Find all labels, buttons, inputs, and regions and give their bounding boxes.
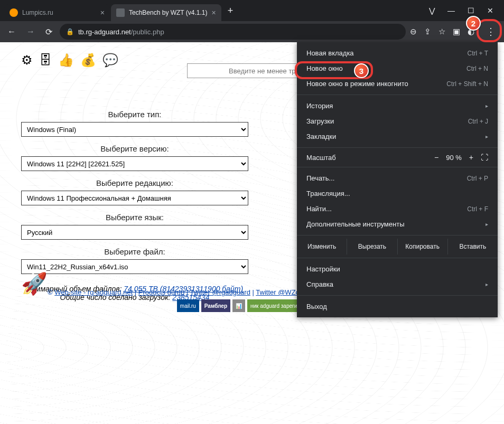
menu-edit-row: Изменить Вырезать Копировать Вставить: [297, 239, 498, 255]
database-icon[interactable]: 🗄: [39, 53, 52, 68]
version-label: Выберите версию:: [21, 144, 248, 153]
menu-exit[interactable]: Выход: [297, 299, 498, 314]
help-icon[interactable]: 💬: [102, 53, 118, 68]
menu-help[interactable]: Справка▸: [297, 277, 498, 292]
rambler-badge[interactable]: Рамблер: [201, 299, 230, 312]
like-icon[interactable]: 👍: [58, 53, 74, 68]
tab-title: TechBench by WZT (v4.1.1): [129, 9, 208, 16]
url-text: tb.rg-adguard.net/public.php: [78, 28, 164, 36]
edition-label: Выберите редакцию:: [21, 178, 248, 187]
menu-incognito[interactable]: Новое окно в режиме инкогнитоCtrl + Shif…: [297, 76, 498, 91]
zoom-icon[interactable]: ⊖: [410, 27, 417, 36]
download-form: Выберите тип: Windows (Final) Выберите в…: [21, 110, 248, 274]
edition-select[interactable]: Windows 11 Профессиональная + Домашняя: [21, 191, 248, 205]
line-icon[interactable]: ―: [447, 6, 455, 15]
close-icon[interactable]: ×: [100, 8, 105, 17]
share-icon[interactable]: ⇪: [424, 27, 431, 36]
type-select[interactable]: Windows (Final): [21, 122, 248, 137]
zoom-out-button[interactable]: −: [434, 153, 438, 162]
version-select[interactable]: Windows 11 [22H2] [22621.525]: [21, 156, 248, 171]
close-icon[interactable]: ×: [212, 8, 216, 17]
menu-separator: [297, 95, 498, 95]
forward-button[interactable]: →: [23, 25, 38, 39]
footer-link[interactable]: Web-site - rg-adguard.net: [54, 288, 133, 296]
fullscreen-button[interactable]: ⛶: [481, 153, 488, 162]
zoom-in-button[interactable]: +: [469, 153, 473, 162]
gear-icon[interactable]: ⚙: [21, 53, 33, 68]
menu-edit-label: Изменить: [297, 239, 347, 255]
menu-paste[interactable]: Вставить: [448, 239, 498, 255]
menu-copy[interactable]: Копировать: [398, 239, 448, 255]
menu-history[interactable]: История▸: [297, 98, 498, 114]
url-bar[interactable]: 🔒 tb.rg-adguard.net/public.php: [60, 24, 406, 40]
close-window-icon[interactable]: ✕: [487, 6, 493, 15]
menu-new-tab[interactable]: Новая вкладкаCtrl + T: [297, 45, 498, 61]
chrome-menu: Новая вкладкаCtrl + T Новое окноCtrl + N…: [297, 42, 498, 317]
annotation-2-badge: 2: [466, 16, 481, 31]
favicon-lumpics: [10, 8, 18, 17]
copyright: ©: [48, 288, 54, 296]
tab-techbench[interactable]: TechBench by WZT (v4.1.1) ×: [111, 4, 221, 21]
extensions-icon[interactable]: ▣: [453, 27, 460, 36]
tab-title: Lumpics.ru: [22, 9, 53, 16]
menu-separator: [297, 167, 498, 167]
menu-downloads[interactable]: ЗагрузкиCtrl + J: [297, 114, 498, 129]
maximize-icon[interactable]: ☐: [468, 6, 474, 15]
menu-find[interactable]: Найти...Ctrl + F: [297, 201, 498, 216]
menu-separator: [297, 258, 498, 258]
reload-button[interactable]: ⟳: [42, 25, 55, 39]
minimize-icon[interactable]: ⋁: [429, 6, 435, 15]
footer-link[interactable]: Twitter @rgadguard: [190, 288, 250, 296]
titlebar: Lumpics.ru × TechBench by WZT (v4.1.1) ×…: [0, 0, 504, 21]
tab-lumpics[interactable]: Lumpics.ru ×: [4, 4, 110, 21]
window-controls: ⋁ ― ☐ ✕: [429, 6, 500, 15]
menu-print[interactable]: Печать...Ctrl + P: [297, 171, 498, 186]
menu-separator: [297, 147, 498, 148]
menu-button[interactable]: ⋮: [482, 24, 500, 40]
menu-new-window[interactable]: Новое окноCtrl + N: [297, 61, 498, 76]
file-select[interactable]: Win11_22H2_Russian_x64v1.iso: [21, 259, 248, 274]
mailru-badge[interactable]: mail.ru: [177, 299, 199, 312]
toolbar-right: ⊖ ⇪ ☆ ▣ ◐ ⋮: [410, 24, 500, 40]
menu-separator: [297, 295, 498, 296]
favicon-techbench: [116, 8, 125, 17]
lock-icon: 🔒: [66, 28, 74, 35]
menu-settings[interactable]: Настройки: [297, 261, 498, 277]
lang-label: Выберите язык:: [21, 213, 248, 222]
menu-zoom: Масштаб − 90 % + ⛶: [297, 151, 498, 164]
donate-icon[interactable]: 💰: [80, 53, 96, 68]
menu-cast[interactable]: Трансляция...: [297, 186, 498, 201]
lang-select[interactable]: Русский: [21, 225, 248, 240]
zoom-label: Масштаб: [306, 154, 336, 162]
footer-link[interactable]: Products dump: [138, 288, 184, 296]
menu-separator: [297, 235, 498, 235]
new-tab-button[interactable]: +: [228, 5, 234, 16]
back-button[interactable]: ←: [4, 25, 19, 39]
type-label: Выберите тип:: [21, 110, 248, 119]
annotation-3-badge: 3: [354, 63, 369, 78]
toolbar: ← → ⟳ 🔒 tb.rg-adguard.net/public.php ⊖ ⇪…: [0, 21, 504, 42]
menu-more-tools[interactable]: Дополнительные инструменты▸: [297, 216, 498, 232]
menu-bookmarks[interactable]: Закладки▸: [297, 129, 498, 144]
liveinternet-badge[interactable]: 📊: [232, 299, 245, 312]
star-icon[interactable]: ☆: [438, 27, 445, 36]
menu-cut[interactable]: Вырезать: [347, 239, 397, 255]
zoom-value: 90 %: [446, 154, 462, 162]
file-label: Выберите файл:: [21, 247, 248, 256]
